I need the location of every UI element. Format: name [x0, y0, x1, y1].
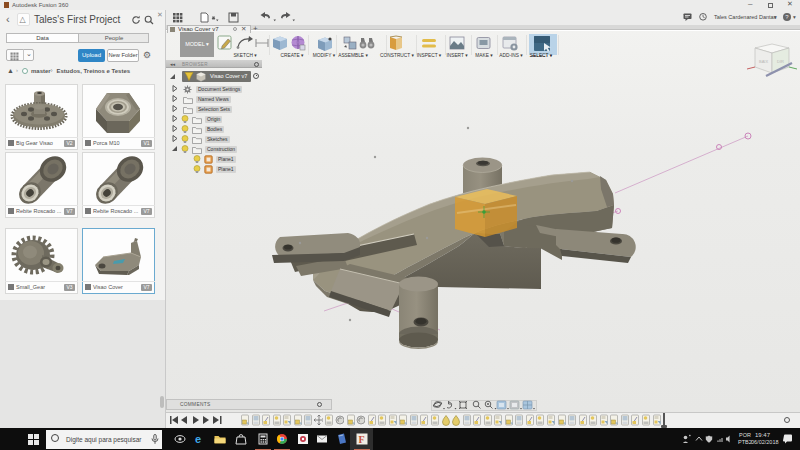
svg-text:BAIX: BAIX [759, 59, 768, 64]
svg-text:F: F [359, 434, 365, 445]
svg-text:DIR: DIR [777, 59, 784, 64]
svg-text:e: e [195, 433, 201, 445]
